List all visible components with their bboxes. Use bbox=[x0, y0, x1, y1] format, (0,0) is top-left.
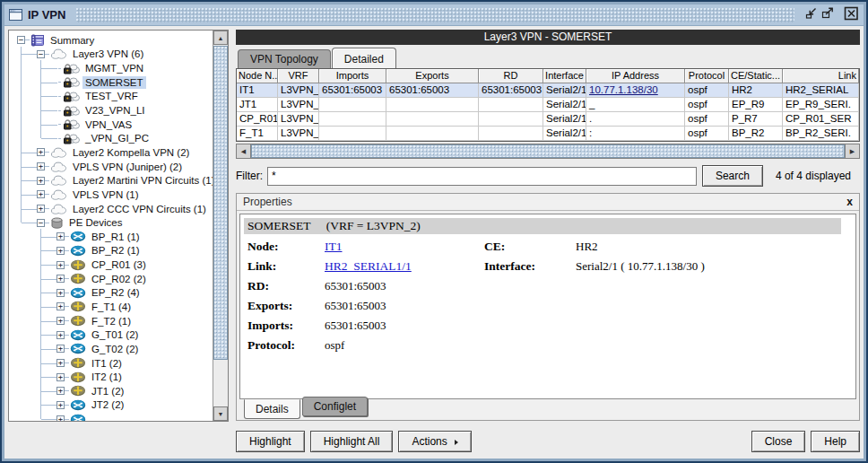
expand-toggle-icon[interactable]: + bbox=[56, 401, 65, 409]
tree-item-label: VPN_VAS bbox=[82, 118, 135, 131]
expand-toggle-icon[interactable]: + bbox=[56, 275, 65, 283]
expand-toggle-icon[interactable]: + bbox=[37, 148, 45, 156]
expand-toggle-icon[interactable]: + bbox=[56, 331, 65, 339]
column-header-interface[interactable]: Interface bbox=[543, 69, 586, 83]
properties-panel: Properties x SOMERSET (VRF = L3VPN_2) No… bbox=[236, 193, 860, 421]
maximize-icon bbox=[820, 6, 835, 23]
tree-panel: −Summary−Layer3 VPN (6)MGMT_VPNSOMERSETT… bbox=[8, 30, 229, 422]
property-value-link[interactable]: IT1 bbox=[325, 240, 484, 254]
tree-item-label: Summary bbox=[48, 34, 97, 47]
scroll-up-button[interactable]: ▲ bbox=[213, 31, 228, 45]
tree-item-vpls-vpn-1[interactable]: +VPLS VPN (1) bbox=[9, 188, 213, 202]
tree-item-label: VPLS VPN (1) bbox=[70, 188, 142, 201]
tab-configlet[interactable]: Configlet bbox=[302, 397, 368, 416]
expand-toggle-icon[interactable]: + bbox=[56, 415, 65, 421]
tree-item-layer3-vpn-6[interactable]: −Layer3 VPN (6) bbox=[9, 48, 213, 62]
tree-item-label: _VPN_GI_PC bbox=[82, 132, 152, 144]
properties-close-icon[interactable]: x bbox=[846, 197, 853, 207]
minimize-button[interactable] bbox=[803, 7, 820, 22]
collapse-toggle-icon[interactable]: − bbox=[17, 36, 25, 44]
highlight-all-button[interactable]: Highlight All bbox=[310, 431, 394, 452]
property-label: CE: bbox=[484, 240, 576, 254]
highlight-button[interactable]: Highlight bbox=[236, 431, 305, 452]
table-row-it1[interactable]: IT1L3VPN_265301:6500365301:6500365301:65… bbox=[237, 83, 859, 98]
property-value: 65301:65003 bbox=[325, 319, 484, 333]
tree-item-layer2-ccc-vpn-circuits-1[interactable]: +Layer2 CCC VPN Circuits (1) bbox=[9, 202, 213, 216]
ip-address-link[interactable]: 10.77.1.138/30 bbox=[589, 84, 658, 95]
table-row-cp-r01[interactable]: CP_R01L3VPN_2Serial2/1.ospfP_R7CP_R01_SE… bbox=[237, 112, 859, 127]
tree-item-summary[interactable]: −Summary bbox=[9, 33, 213, 48]
search-button[interactable]: Search bbox=[702, 165, 763, 187]
table-h-scrollbar[interactable]: ◀ ▶ bbox=[236, 144, 860, 159]
lock-cloud-icon bbox=[62, 118, 80, 130]
table-h-scrollbar-thumb[interactable] bbox=[251, 144, 845, 158]
tree-connector bbox=[45, 208, 49, 209]
cell-ip-address: : bbox=[586, 127, 685, 141]
tree-connector bbox=[65, 377, 69, 378]
expand-toggle-icon[interactable]: + bbox=[56, 359, 65, 367]
column-header-protocol[interactable]: Protocol bbox=[685, 69, 729, 83]
column-header-ip-address[interactable]: IP Address bbox=[586, 69, 685, 83]
expand-toggle-icon[interactable]: + bbox=[37, 162, 45, 170]
filter-input[interactable] bbox=[267, 167, 697, 186]
tree-item-vpls-vpn-juniper-2[interactable]: +VPLS VPN (Juniper) (2) bbox=[9, 160, 213, 174]
close-window-button[interactable] bbox=[843, 7, 859, 22]
cell-rd bbox=[479, 112, 543, 127]
column-header-exports[interactable]: Exports bbox=[386, 69, 479, 83]
tab-detailed[interactable]: Detailed bbox=[332, 48, 396, 68]
column-header-ce-static[interactable]: CE/Static... bbox=[729, 69, 783, 83]
property-label: RD: bbox=[247, 279, 325, 293]
collapse-toggle-icon[interactable]: − bbox=[37, 50, 45, 58]
actions-button[interactable]: Actions bbox=[398, 431, 471, 452]
tree-item-label: F_T1 (4) bbox=[89, 301, 134, 313]
tab-vpn-topology[interactable]: VPN Topology bbox=[238, 49, 331, 68]
expand-toggle-icon[interactable]: + bbox=[56, 345, 65, 353]
window-titlebar[interactable]: IP VPN bbox=[4, 4, 864, 26]
tree-item-pe-devices[interactable]: −PE Devices bbox=[9, 215, 213, 230]
expand-toggle-icon[interactable]: + bbox=[37, 205, 45, 213]
expand-toggle-icon[interactable]: + bbox=[37, 190, 45, 198]
table-row-jt1[interactable]: JT1L3VPN_2Serial2/1_ospfEP_R9EP_R9_SERI. bbox=[237, 98, 859, 112]
expand-toggle-icon[interactable]: + bbox=[56, 317, 65, 325]
scroll-left-button[interactable]: ◀ bbox=[237, 144, 251, 158]
scroll-right-button[interactable]: ▶ bbox=[845, 144, 859, 158]
maximize-button[interactable] bbox=[820, 7, 836, 22]
expand-toggle-icon[interactable]: + bbox=[37, 177, 45, 185]
collapse-toggle-icon[interactable]: − bbox=[37, 219, 45, 227]
tree-item-label: BP_R2 (1) bbox=[89, 244, 143, 257]
tree-item-label: G_T01 (2) bbox=[89, 328, 141, 341]
close-button[interactable]: Close bbox=[751, 431, 806, 452]
cell-link: CP_R01_SER bbox=[783, 112, 859, 127]
expand-toggle-icon[interactable]: + bbox=[56, 247, 65, 255]
expand-toggle-icon[interactable]: + bbox=[56, 289, 65, 297]
cell-interface: Serial2/1 bbox=[543, 112, 586, 127]
table-row-f-t1[interactable]: F_T1L3VPN_2Serial2/1:ospfBP_R2BP_R2_SERI… bbox=[237, 127, 859, 141]
property-value-link[interactable]: HR2_SERIAL1/1 bbox=[325, 259, 484, 274]
expand-toggle-icon[interactable]: + bbox=[56, 232, 65, 240]
tree-item-label: Layer3 VPN (6) bbox=[70, 48, 146, 60]
property-value: ospf bbox=[325, 338, 484, 353]
column-header-vrf[interactable]: VRF bbox=[278, 69, 319, 83]
filter-status: 4 of 4 displayed bbox=[776, 170, 851, 182]
column-header-link[interactable]: Link bbox=[783, 69, 859, 83]
help-button[interactable]: Help bbox=[811, 431, 860, 452]
column-header-rd[interactable]: RD bbox=[479, 69, 543, 83]
expand-toggle-icon[interactable]: + bbox=[56, 261, 65, 269]
column-header-node-n[interactable]: Node N.. bbox=[237, 69, 278, 83]
expand-toggle-icon[interactable]: + bbox=[56, 302, 65, 310]
tree-scrollbar[interactable]: ▲ ▼ bbox=[213, 31, 228, 421]
tab-details[interactable]: Details bbox=[244, 399, 300, 419]
cell-node-n: CP_R01 bbox=[237, 112, 278, 127]
tree-scrollbar-thumb[interactable] bbox=[213, 46, 228, 360]
lock-cloud-icon bbox=[62, 133, 80, 144]
cell-exports: 65301:65003 bbox=[386, 83, 479, 98]
cell-imports bbox=[319, 98, 386, 112]
expand-toggle-icon[interactable]: + bbox=[56, 387, 65, 395]
column-header-imports[interactable]: Imports bbox=[319, 69, 386, 83]
filter-label: Filter: bbox=[236, 170, 263, 182]
tree-item-layer2-martini-vpn-circuits-1[interactable]: +Layer2 Martini VPN Circuits (1) bbox=[9, 173, 213, 188]
scroll-down-button[interactable]: ▼ bbox=[213, 406, 228, 421]
cell-vrf: L3VPN_2 bbox=[278, 83, 319, 98]
expand-toggle-icon[interactable]: + bbox=[56, 373, 65, 381]
tree-item-layer2-kompella-vpn-2[interactable]: +Layer2 Kompella VPN (2) bbox=[9, 145, 213, 160]
